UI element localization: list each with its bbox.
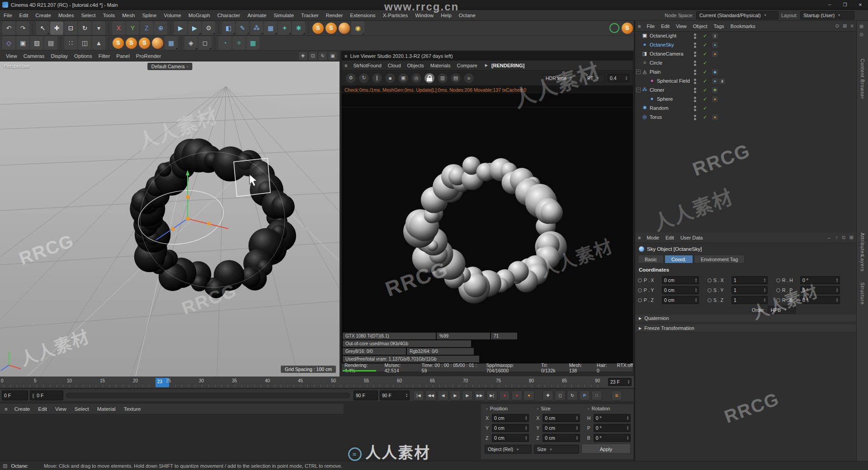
layout-dropdown[interactable]: Startup (User)▾	[800, 11, 854, 19]
keyframe-circle-icon[interactable]	[638, 278, 642, 282]
stepper-arrows[interactable]: ▴▾	[525, 436, 527, 440]
object-name[interactable]: Sphere	[657, 96, 673, 102]
visibility-dots[interactable]	[694, 88, 696, 93]
menu-edit[interactable]: Edit	[16, 13, 32, 18]
search-icon[interactable]: ⊙	[835, 23, 839, 29]
stepper-arrows[interactable]: ▴▾	[836, 288, 838, 292]
stepper-arrows[interactable]: ▴▾	[576, 426, 578, 430]
object-tag-icon[interactable]: ◆	[712, 69, 718, 75]
octane-dialog-icon[interactable]: S	[326, 23, 337, 34]
object-tag-icon[interactable]: ▮	[719, 78, 725, 84]
keyframe-circle-icon[interactable]	[638, 288, 642, 292]
attr-value-field[interactable]: 0 °▴▾	[800, 276, 840, 284]
search-icon[interactable]: ⊙	[842, 235, 846, 240]
quaternion-section[interactable]: ▶Quaternion	[635, 314, 856, 322]
pan-view-icon[interactable]: ✚	[299, 52, 307, 60]
render-visibility-dot[interactable]	[694, 109, 696, 111]
move-tool-icon[interactable]: ✚	[50, 22, 63, 35]
visibility-dots[interactable]	[694, 115, 696, 120]
render-picture-viewer-icon[interactable]: ▶	[188, 22, 201, 35]
keyframe-circle-icon[interactable]	[776, 278, 780, 282]
camera-chip[interactable]: Default Camera▪	[147, 63, 192, 70]
om-menu-object[interactable]: Object	[690, 24, 711, 29]
render-visibility-dot[interactable]	[694, 82, 696, 84]
film-settings-icon[interactable]: ▤	[450, 73, 461, 84]
octane-materials-icon[interactable]: S	[139, 38, 150, 49]
render-visibility-dot[interactable]	[694, 37, 696, 39]
side-tab-content-browser[interactable]: Content Browser	[860, 59, 865, 99]
polygons-mode-icon[interactable]: ▲	[92, 37, 105, 50]
attr-menu-user-data[interactable]: User Data	[677, 235, 706, 240]
object-row-octanecamera[interactable]: ◨OctaneCamera✓●	[635, 50, 856, 59]
keyframe-circle-icon[interactable]	[708, 278, 712, 282]
lv-menu-strnotfound[interactable]: StrNotFound	[350, 63, 384, 68]
redo-icon[interactable]: ↷	[16, 22, 29, 35]
render-view[interactable]: GTX 1080 Ti(DT)(6.1)%9971Out-of-core use…	[342, 94, 633, 363]
visibility-dots[interactable]	[694, 52, 696, 57]
enabled-check-icon[interactable]: ✓	[703, 33, 707, 39]
attr-value-field[interactable]: 1▴▾	[731, 296, 768, 304]
power-slider[interactable]	[66, 393, 350, 398]
history-back-icon[interactable]: ←	[827, 235, 832, 240]
expander-icon[interactable]: −	[636, 88, 641, 92]
om-menu-tags[interactable]: Tags	[711, 24, 727, 29]
side-tab-layers[interactable]: Layers	[860, 255, 865, 272]
filter-icon[interactable]: ⊞	[843, 23, 847, 29]
snap-settings-icon[interactable]: ◈	[184, 37, 198, 50]
lv-menu-compare[interactable]: Compare	[453, 63, 480, 68]
visibility-dots[interactable]	[694, 79, 696, 84]
side-tab-structure[interactable]: Structure	[860, 282, 865, 305]
prev-key-button[interactable]: ◀◀	[425, 390, 436, 400]
goto-start-button[interactable]: |◀	[413, 390, 424, 400]
menu-select[interactable]: Select	[77, 13, 99, 18]
attr-menu-edit[interactable]: Edit	[662, 235, 677, 240]
enabled-check-icon[interactable]: ✓	[703, 78, 707, 84]
object-row-plain[interactable]: −◬Plain✓◆	[635, 68, 856, 77]
coord-value-field[interactable]: 0 cm▴▾	[542, 414, 580, 422]
object-tag-icon[interactable]: ✚	[712, 87, 718, 93]
object-row-cloner[interactable]: −⁂Cloner✓✚	[635, 86, 856, 95]
maximize-button[interactable]: ❐	[837, 0, 853, 9]
editor-visibility-dot[interactable]	[694, 52, 696, 54]
render-visibility-dot[interactable]	[694, 46, 696, 48]
editor-visibility-dot[interactable]	[694, 61, 696, 63]
next-frame-button[interactable]: ▶	[462, 390, 473, 400]
xparticles-icon[interactable]: ✱	[292, 22, 305, 35]
visibility-dots[interactable]	[694, 61, 696, 66]
search-icon[interactable]: ⊙	[859, 32, 863, 38]
enabled-check-icon[interactable]: ✓	[703, 96, 707, 102]
side-tab-attributes[interactable]: Attributes	[860, 233, 865, 256]
menu-modes[interactable]: Modes	[55, 13, 78, 18]
axis-lock-z-icon[interactable]: Z	[140, 22, 153, 35]
key-scale-button[interactable]: ◻	[555, 390, 566, 400]
texture-mode-icon[interactable]: ▨	[30, 37, 43, 50]
editor-visibility-dot[interactable]	[694, 115, 696, 117]
end-frame-field[interactable]: 90 F	[354, 390, 378, 400]
volume-icon[interactable]: ▦	[264, 22, 277, 35]
hdr-tone-dropdown[interactable]: HDR tone▾	[542, 74, 581, 82]
editor-visibility-dot[interactable]	[694, 97, 696, 99]
key-pla-button[interactable]: ∷	[591, 390, 602, 400]
editor-visibility-dot[interactable]	[694, 42, 696, 45]
render-visibility-dot[interactable]	[694, 64, 696, 66]
qr-link-icon[interactable]: ▩	[246, 37, 259, 50]
render-region-icon[interactable]: ▣	[398, 73, 409, 84]
exposure-field[interactable]: 0.4▴▾	[608, 74, 629, 82]
octane-online-icon[interactable]	[609, 23, 619, 33]
om-menu-bookmarks[interactable]: Bookmarks	[727, 24, 759, 29]
coord-value-field[interactable]: 0 °▴▾	[594, 434, 631, 442]
pick-focus-icon[interactable]: ◎	[411, 73, 422, 84]
menu-animate[interactable]: Animate	[244, 13, 270, 18]
object-tag-icon[interactable]: ●	[712, 51, 718, 57]
menu-file[interactable]: File	[0, 13, 16, 18]
coord-value-field[interactable]: 0 cm▴▾	[542, 434, 580, 442]
object-row-random[interactable]: ✱Random✓	[635, 104, 856, 113]
bottom-menu-view[interactable]: View	[51, 406, 71, 412]
menu-create[interactable]: Create	[32, 13, 55, 18]
object-name[interactable]: Plain	[650, 69, 660, 75]
attr-menu-mode[interactable]: Mode	[643, 235, 662, 240]
om-menu-view[interactable]: View	[673, 24, 690, 29]
live-selection-icon[interactable]: ↖	[36, 22, 49, 35]
menu-help[interactable]: Help	[437, 13, 455, 18]
stepper-arrows[interactable]: ▴▾	[764, 278, 765, 282]
